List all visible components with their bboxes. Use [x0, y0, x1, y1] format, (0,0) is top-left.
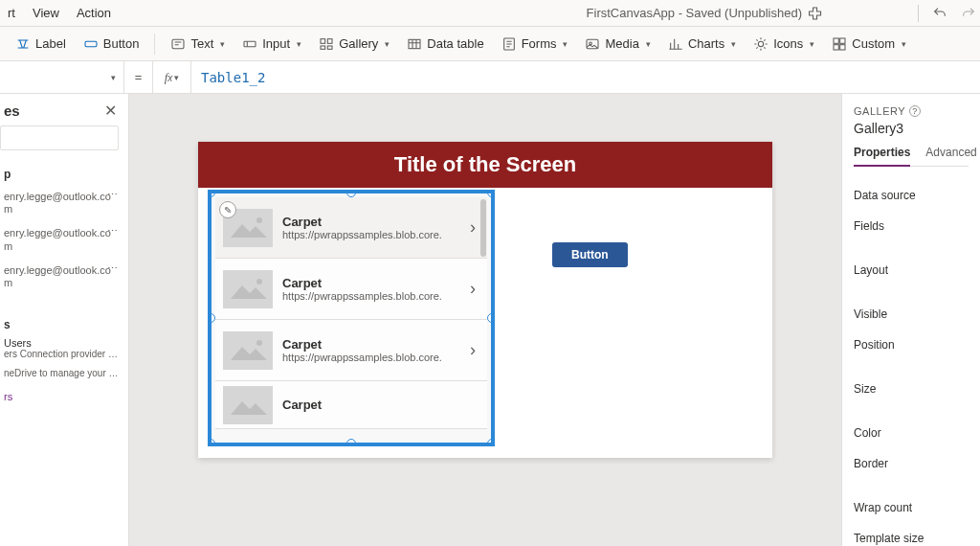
fx-button[interactable]: fx▾ [153, 61, 191, 93]
menu-bar: rt View Action [8, 6, 111, 20]
chevron-down-icon: ▾ [563, 39, 568, 49]
prop-color[interactable]: Color [854, 418, 969, 448]
ribbon-gallery[interactable]: Gallery▾ [313, 33, 395, 56]
data-search-input[interactable] [0, 125, 119, 150]
chevron-down-icon: ▾ [810, 39, 814, 49]
connector-users[interactable]: Users [0, 335, 122, 349]
connectors-link[interactable]: rs [0, 387, 122, 406]
gallery-row[interactable]: Carpethttps://pwrappssamples.blob.core. … [215, 259, 487, 320]
more-icon[interactable]: ⋯ [107, 189, 119, 201]
svg-rect-13 [840, 38, 845, 43]
resize-handle[interactable] [487, 190, 495, 197]
gallery-item-title: Carpet [282, 276, 460, 290]
control-name[interactable]: Gallery3 [854, 121, 969, 136]
svg-rect-0 [85, 41, 97, 46]
prop-fields[interactable]: Fields [854, 211, 969, 241]
prop-layout[interactable]: Layout [854, 255, 969, 285]
health-icon[interactable] [808, 6, 823, 21]
property-tabs: Properties Advanced [854, 146, 969, 167]
title-bar: rt View Action FirstCanvasApp - Saved (U… [0, 0, 980, 27]
chevron-right-icon[interactable]: › [470, 279, 479, 299]
ribbon-charts[interactable]: Charts▾ [662, 33, 742, 56]
svg-rect-5 [321, 46, 325, 49]
prop-template-size[interactable]: Template size [854, 523, 969, 546]
chevron-down-icon: ▾ [902, 39, 906, 49]
prop-position[interactable]: Position [854, 330, 969, 360]
property-dropdown[interactable]: ▾ [0, 61, 124, 93]
canvas-area[interactable]: Title of the Screen Button ✎ Carpethttps… [129, 94, 841, 546]
svg-rect-19 [223, 270, 273, 308]
chevron-down-icon: ▾ [220, 39, 225, 49]
screen-title: Title of the Screen [198, 142, 772, 188]
prop-visible[interactable]: Visible [854, 299, 969, 330]
data-item[interactable]: enry.legge@outlook.com⋯ [0, 185, 122, 221]
prop-wrap-count[interactable]: Wrap count [854, 492, 969, 523]
label-icon [15, 36, 31, 52]
resize-handle[interactable] [208, 190, 215, 197]
svg-point-11 [759, 41, 764, 46]
forms-icon [501, 36, 517, 52]
formula-input[interactable]: Table1_2 [191, 61, 980, 93]
chevron-down-icon: ▾ [731, 39, 736, 49]
resize-handle[interactable] [487, 313, 495, 323]
tab-properties[interactable]: Properties [854, 146, 910, 167]
screen[interactable]: Title of the Screen Button ✎ Carpethttps… [198, 142, 772, 458]
gallery-row[interactable]: ✎ Carpethttps://pwrappssamples.blob.core… [215, 197, 487, 259]
ribbon-label[interactable]: Label [10, 33, 72, 56]
redo-icon[interactable] [961, 6, 976, 21]
more-icon[interactable]: ⋯ [107, 262, 119, 275]
resize-handle[interactable] [208, 439, 215, 446]
tab-advanced[interactable]: Advanced [925, 146, 976, 166]
ribbon-button[interactable]: Button [78, 33, 145, 56]
edit-template-icon[interactable]: ✎ [219, 201, 236, 218]
close-icon[interactable]: ✕ [104, 102, 117, 120]
chevron-right-icon[interactable]: › [470, 217, 479, 238]
ribbon-toolbar: Label Button Text▾ Input▾ Gallery▾ Data … [0, 27, 980, 61]
control-kind: GALLERY? [854, 105, 969, 117]
gallery-item-subtitle: https://pwrappssamples.blob.core. [282, 229, 460, 240]
chevron-down-icon: ▾ [646, 39, 651, 49]
canvas-button[interactable]: Button [552, 242, 628, 267]
resize-handle[interactable] [208, 313, 215, 323]
ribbon-input[interactable]: Input▾ [236, 33, 307, 56]
menu-action[interactable]: Action [77, 6, 111, 20]
prop-border[interactable]: Border [854, 448, 969, 479]
menu-view[interactable]: View [33, 6, 59, 20]
ribbon-text[interactable]: Text▾ [165, 33, 231, 56]
svg-rect-14 [834, 44, 838, 49]
chevron-down-icon: ▾ [111, 73, 116, 82]
titlebar-right [918, 5, 976, 22]
more-icon[interactable]: ⋯ [107, 225, 119, 238]
gallery-row[interactable]: Carpet [215, 381, 487, 429]
connector-onedrive-desc: neDrive to manage your files. Yo… [0, 368, 122, 387]
scrollbar[interactable] [479, 197, 487, 439]
resize-handle[interactable] [487, 439, 495, 446]
ribbon-forms[interactable]: Forms▾ [496, 33, 574, 56]
datatable-icon [407, 36, 422, 52]
svg-point-21 [256, 279, 262, 284]
ribbon-custom[interactable]: Custom▾ [826, 33, 912, 56]
resize-handle[interactable] [346, 439, 356, 446]
undo-icon[interactable] [932, 6, 947, 21]
svg-rect-22 [223, 331, 273, 370]
ribbon-datatable[interactable]: Data table [401, 33, 489, 56]
data-item[interactable]: enry.legge@outlook.com⋯ [0, 259, 122, 295]
help-icon[interactable]: ? [909, 105, 921, 117]
gallery-icon [319, 36, 334, 52]
resize-handle[interactable] [346, 190, 356, 197]
prop-data-source[interactable]: Data source [854, 180, 969, 211]
chevron-down-icon: ▾ [385, 39, 390, 49]
prop-size[interactable]: Size [854, 374, 969, 404]
input-icon [242, 36, 257, 52]
ribbon-icons[interactable]: Icons▾ [747, 33, 820, 56]
menu-insert[interactable]: rt [8, 6, 15, 20]
text-icon [170, 36, 186, 52]
icons-icon [753, 36, 768, 52]
chevron-right-icon[interactable]: › [470, 340, 479, 360]
ribbon-media[interactable]: Media▾ [579, 33, 656, 56]
gallery-item-title: Carpet [282, 398, 479, 412]
data-item[interactable]: enry.legge@outlook.com⋯ [0, 221, 122, 258]
gallery-control[interactable]: ✎ Carpethttps://pwrappssamples.blob.core… [208, 190, 495, 446]
gallery-row[interactable]: Carpethttps://pwrappssamples.blob.core. … [215, 320, 487, 381]
gallery-item-title: Carpet [282, 337, 460, 352]
